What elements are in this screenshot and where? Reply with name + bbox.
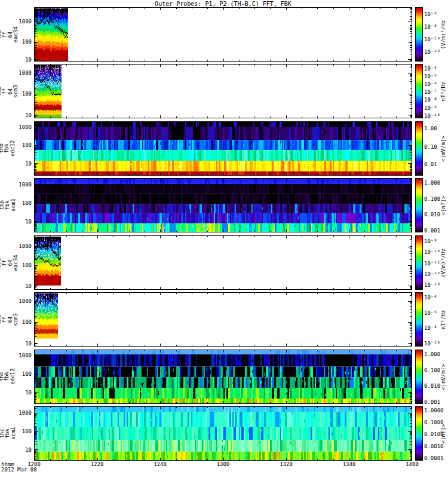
panel-thc-ff-64-eac34 <box>34 235 412 290</box>
y-tick-label: 1000 <box>10 410 32 416</box>
date-label: 2012 Mar 08 <box>1 467 37 473</box>
colorbar-thc-ff-64-eac34 <box>415 235 423 290</box>
spectrogram-canvas-thc-ff-64-eac34 <box>35 236 412 289</box>
plot-title: Outer Probes: P1, P2 (TH-B,C) FFT, FBK <box>34 1 412 7</box>
colorbar-unit-text: nT²/Hz <box>440 81 446 101</box>
colorbar-tick-label: 10⁻⁷ <box>424 89 437 95</box>
colorbar-thb-fbk-scm1 <box>415 178 423 232</box>
y-tick-label: 10 <box>10 112 32 118</box>
colorbar-tick-label: 10⁻⁸ <box>424 97 437 103</box>
panel-ylabel-thb-ff-64-eac34: thb ff 64 eac34 <box>0 7 16 62</box>
y-tick-label: 100 <box>10 262 32 268</box>
y-tick-label: 10 <box>10 161 32 167</box>
x-tick-label: 1300 <box>210 461 237 467</box>
colorbar-tick-label: 10⁻⁴ <box>424 295 437 301</box>
colorbar-tick-label: 10⁻⁶ <box>424 310 437 316</box>
colorbar-tick-label: 0.010 <box>424 212 440 217</box>
colorbar-tick-label: 10⁻⁵ <box>424 73 437 79</box>
colorbar-tick-label: 1.000 <box>424 180 440 186</box>
y-tick-label: 1000 <box>10 353 32 358</box>
colorbar-tick-label: 10⁻⁴ <box>424 66 437 72</box>
colorbar-unit-text: <|nT|> <box>440 195 446 215</box>
colorbar-tick-label: 10⁻¹⁰ <box>424 36 440 42</box>
panel-thc-fbk-scm1 <box>34 406 412 461</box>
y-tick-label: 1000 <box>10 124 32 130</box>
spectrogram-canvas-thb-fbk-scm1 <box>35 179 412 232</box>
colorbar-tick-label: 0.01 <box>424 161 437 167</box>
colorbar-tick-label: 10⁻¹⁰ <box>424 341 440 347</box>
colorbar-tick-label: 0.0100 <box>424 431 444 437</box>
y-tick-label: 10 <box>10 390 32 396</box>
colorbar-unit-label-thb-fbk-scm1: <|nT|> <box>439 178 447 232</box>
spectrogram-canvas-thc-ff-64-scm3 <box>35 293 412 346</box>
panel-thb-ff-64-scm3 <box>34 64 412 118</box>
colorbar-tick-label: 10⁻⁸ <box>424 24 437 30</box>
colorbar-tick-label: 10⁻¹⁰ <box>424 249 440 255</box>
colorbar-tick-label: 1.0000 <box>424 407 444 413</box>
colorbar-unit-text: <|mV/m|> <box>440 136 446 161</box>
panel-thc-ff-64-scm3 <box>34 292 412 347</box>
colorbar-unit-text: nT²/Hz <box>440 310 446 329</box>
colorbar-tick-label: 0.100 <box>424 367 440 373</box>
y-tick-label: 10 <box>10 447 32 453</box>
panel-thc-fbk-edc12 <box>34 350 412 404</box>
spectrogram-canvas-thc-fbk-scm1 <box>35 407 412 460</box>
x-tick-label: 1340 <box>336 461 363 467</box>
y-tick-label: 100 <box>10 91 32 97</box>
colorbar-tick-label: 0.001 <box>424 228 440 234</box>
colorbar-tick-label: 10⁻¹² <box>424 49 440 55</box>
colorbar-tick-label: 10⁻⁶ <box>424 81 437 87</box>
colorbar-unit-label-thc-ff-64-scm3: nT²/Hz <box>439 292 447 347</box>
spectrogram-canvas-thb-fbk-edc12 <box>35 122 412 175</box>
colorbar-tick-label: 0.001 <box>424 399 440 405</box>
panel-thb-fbk-edc12 <box>34 121 412 176</box>
colorbar-unit-text: (V/m)²/Hz <box>440 248 446 277</box>
colorbar-tick-label: 10⁻⁹ <box>424 105 437 111</box>
x-tick-label: 1200 <box>21 461 47 467</box>
y-tick-label: 1000 <box>10 298 32 304</box>
y-tick-label: 10 <box>10 219 32 225</box>
colorbar-thb-fbk-edc12 <box>415 121 423 176</box>
y-tick-label: 100 <box>10 371 32 377</box>
colorbar-thc-fbk-scm1 <box>415 406 423 461</box>
colorbar-tick-label: 0.0010 <box>424 443 444 449</box>
y-tick-label: 1000 <box>10 243 32 249</box>
x-tick-label: 1240 <box>147 461 173 467</box>
y-tick-label: 10 <box>10 341 32 347</box>
y-tick-label: 1000 <box>10 19 32 24</box>
colorbar-tick-label: 0.1000 <box>424 419 444 425</box>
y-tick-label: 100 <box>10 39 32 45</box>
spectrogram-canvas-thb-ff-64-eac34 <box>35 8 412 61</box>
colorbar-unit-text: (V/m)²/Hz <box>440 20 446 49</box>
panel-thb-ff-64-eac34 <box>34 7 412 62</box>
spectrogram-figure: Outer Probes: P1, P2 (TH-B,C) FFT, FBK t… <box>0 0 448 478</box>
y-tick-label: 1000 <box>10 182 32 188</box>
colorbar-tick-label: 0.0001 <box>424 455 444 461</box>
x-tick-label: 1400 <box>399 461 425 467</box>
colorbar-tick-label: 10⁻¹⁰ <box>424 113 440 119</box>
colorbar-unit-label-thb-ff-64-scm3: nT²/Hz <box>439 64 447 118</box>
colorbar-unit-label-thc-fbk-edc12: <|mV/m|> <box>439 350 447 404</box>
colorbar-tick-label: 10⁻⁸ <box>424 325 437 331</box>
colorbar-tick-label: 1.000 <box>424 351 440 357</box>
colorbar-unit-label-thc-ff-64-eac34: (V/m)²/Hz <box>439 235 447 290</box>
y-tick-label: 100 <box>10 142 32 148</box>
colorbar-thb-ff-64-scm3 <box>415 64 423 118</box>
colorbar-tick-label: 10⁻¹² <box>424 271 440 277</box>
colorbar-unit-label-thb-fbk-edc12: <|mV/m|> <box>439 121 447 176</box>
y-tick-label: 10 <box>10 57 32 63</box>
colorbar-tick-label: 10⁻⁹ <box>424 238 437 244</box>
colorbar-unit-label-thb-ff-64-eac34: (V/m)²/Hz <box>439 7 447 62</box>
colorbar-tick-label: 10⁻⁶ <box>424 11 437 17</box>
spectrogram-canvas-thb-ff-64-scm3 <box>35 65 412 118</box>
y-tick-label: 10 <box>10 283 32 289</box>
colorbar-tick-label: 0.100 <box>424 196 440 202</box>
colorbar-thc-fbk-edc12 <box>415 350 423 404</box>
colorbar-thb-ff-64-eac34 <box>415 7 423 62</box>
spectrogram-canvas-thc-fbk-edc12 <box>35 350 412 403</box>
colorbar-thc-ff-64-scm3 <box>415 292 423 347</box>
y-tick-label: 100 <box>10 319 32 325</box>
y-tick-label: 100 <box>10 200 32 206</box>
y-tick-label: 100 <box>10 428 32 434</box>
x-tick-label: 1320 <box>273 461 299 467</box>
